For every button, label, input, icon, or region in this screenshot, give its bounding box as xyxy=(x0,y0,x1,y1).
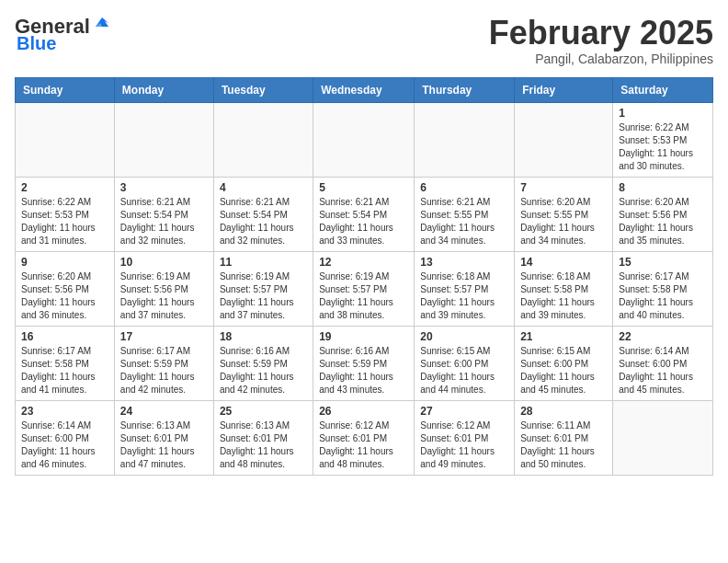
calendar-cell: 24Sunrise: 6:13 AMSunset: 6:01 PMDayligh… xyxy=(114,400,213,475)
day-info: Sunrise: 6:19 AMSunset: 5:57 PMDaylight:… xyxy=(319,270,408,322)
day-number: 8 xyxy=(619,181,707,194)
day-info: Sunrise: 6:21 AMSunset: 5:55 PMDaylight:… xyxy=(420,196,508,247)
day-info: Sunrise: 6:12 AMSunset: 6:01 PMDaylight:… xyxy=(420,419,508,471)
col-header-sunday: Sunday xyxy=(16,77,115,102)
day-number: 22 xyxy=(619,330,707,343)
logo-blue: Blue xyxy=(17,33,56,54)
calendar-cell: 25Sunrise: 6:13 AMSunset: 6:01 PMDayligh… xyxy=(213,400,313,475)
calendar-cell: 10Sunrise: 6:19 AMSunset: 5:56 PMDayligh… xyxy=(114,251,213,326)
logo: General Blue xyxy=(15,15,112,54)
day-number: 9 xyxy=(21,256,108,269)
day-info: Sunrise: 6:14 AMSunset: 6:00 PMDaylight:… xyxy=(619,345,707,396)
day-number: 20 xyxy=(420,330,508,343)
day-info: Sunrise: 6:12 AMSunset: 6:01 PMDaylight:… xyxy=(319,419,408,471)
day-number: 11 xyxy=(220,256,307,269)
day-number: 2 xyxy=(21,181,108,194)
col-header-monday: Monday xyxy=(114,77,213,102)
calendar-cell xyxy=(613,400,713,475)
day-number: 18 xyxy=(220,330,307,343)
day-info: Sunrise: 6:17 AMSunset: 5:59 PMDaylight:… xyxy=(120,345,208,396)
calendar-cell: 4Sunrise: 6:21 AMSunset: 5:54 PMDaylight… xyxy=(213,177,313,251)
day-number: 15 xyxy=(619,256,707,269)
day-number: 16 xyxy=(21,330,108,343)
day-info: Sunrise: 6:22 AMSunset: 5:53 PMDaylight:… xyxy=(21,196,108,247)
calendar-cell: 21Sunrise: 6:15 AMSunset: 6:00 PMDayligh… xyxy=(515,326,613,400)
col-header-tuesday: Tuesday xyxy=(213,77,313,102)
day-info: Sunrise: 6:16 AMSunset: 5:59 PMDaylight:… xyxy=(220,345,307,396)
calendar-cell: 23Sunrise: 6:14 AMSunset: 6:00 PMDayligh… xyxy=(16,400,115,475)
day-number: 23 xyxy=(21,405,108,418)
day-info: Sunrise: 6:19 AMSunset: 5:56 PMDaylight:… xyxy=(120,270,208,322)
logo-bird-icon xyxy=(92,14,112,34)
calendar-cell: 13Sunrise: 6:18 AMSunset: 5:57 PMDayligh… xyxy=(415,251,515,326)
day-number: 10 xyxy=(120,256,208,269)
calendar-cell: 22Sunrise: 6:14 AMSunset: 6:00 PMDayligh… xyxy=(613,326,713,400)
day-number: 7 xyxy=(520,181,607,194)
calendar-cell: 18Sunrise: 6:16 AMSunset: 5:59 PMDayligh… xyxy=(213,326,313,400)
calendar-cell: 15Sunrise: 6:17 AMSunset: 5:58 PMDayligh… xyxy=(613,251,713,326)
day-info: Sunrise: 6:22 AMSunset: 5:53 PMDaylight:… xyxy=(619,121,707,173)
day-info: Sunrise: 6:17 AMSunset: 5:58 PMDaylight:… xyxy=(619,270,707,322)
col-header-wednesday: Wednesday xyxy=(313,77,415,102)
calendar-cell xyxy=(415,102,515,177)
day-info: Sunrise: 6:17 AMSunset: 5:58 PMDaylight:… xyxy=(21,345,108,396)
calendar-cell: 16Sunrise: 6:17 AMSunset: 5:58 PMDayligh… xyxy=(16,326,115,400)
day-number: 4 xyxy=(220,181,307,194)
calendar-cell: 6Sunrise: 6:21 AMSunset: 5:55 PMDaylight… xyxy=(415,177,515,251)
col-header-friday: Friday xyxy=(515,77,613,102)
day-number: 5 xyxy=(319,181,408,194)
day-number: 6 xyxy=(420,181,508,194)
calendar-cell: 11Sunrise: 6:19 AMSunset: 5:57 PMDayligh… xyxy=(213,251,313,326)
day-info: Sunrise: 6:15 AMSunset: 6:00 PMDaylight:… xyxy=(420,345,508,396)
day-number: 1 xyxy=(619,107,707,120)
day-number: 17 xyxy=(120,330,208,343)
calendar-week-3: 16Sunrise: 6:17 AMSunset: 5:58 PMDayligh… xyxy=(16,326,713,400)
calendar-cell: 19Sunrise: 6:16 AMSunset: 5:59 PMDayligh… xyxy=(313,326,415,400)
day-number: 3 xyxy=(120,181,208,194)
day-info: Sunrise: 6:11 AMSunset: 6:01 PMDaylight:… xyxy=(520,419,607,471)
day-info: Sunrise: 6:20 AMSunset: 5:56 PMDaylight:… xyxy=(619,196,707,247)
day-info: Sunrise: 6:15 AMSunset: 6:00 PMDaylight:… xyxy=(520,345,607,396)
calendar-cell: 7Sunrise: 6:20 AMSunset: 5:55 PMDaylight… xyxy=(515,177,613,251)
day-info: Sunrise: 6:21 AMSunset: 5:54 PMDaylight:… xyxy=(120,196,208,247)
calendar-cell: 28Sunrise: 6:11 AMSunset: 6:01 PMDayligh… xyxy=(515,400,613,475)
day-number: 24 xyxy=(120,405,208,418)
day-number: 27 xyxy=(420,405,508,418)
calendar-cell xyxy=(213,102,313,177)
day-number: 25 xyxy=(220,405,307,418)
page-header: General Blue February 2025 Pangil, Calab… xyxy=(15,15,713,66)
day-info: Sunrise: 6:13 AMSunset: 6:01 PMDaylight:… xyxy=(120,419,208,471)
calendar-week-4: 23Sunrise: 6:14 AMSunset: 6:00 PMDayligh… xyxy=(16,400,713,475)
calendar-cell: 2Sunrise: 6:22 AMSunset: 5:53 PMDaylight… xyxy=(16,177,115,251)
day-number: 19 xyxy=(319,330,408,343)
calendar-header-row: SundayMondayTuesdayWednesdayThursdayFrid… xyxy=(16,77,713,102)
calendar-cell: 12Sunrise: 6:19 AMSunset: 5:57 PMDayligh… xyxy=(313,251,415,326)
calendar-week-2: 9Sunrise: 6:20 AMSunset: 5:56 PMDaylight… xyxy=(16,251,713,326)
calendar-cell: 26Sunrise: 6:12 AMSunset: 6:01 PMDayligh… xyxy=(313,400,415,475)
day-info: Sunrise: 6:20 AMSunset: 5:55 PMDaylight:… xyxy=(520,196,607,247)
calendar-cell xyxy=(16,102,115,177)
calendar-cell: 5Sunrise: 6:21 AMSunset: 5:54 PMDaylight… xyxy=(313,177,415,251)
col-header-thursday: Thursday xyxy=(415,77,515,102)
day-info: Sunrise: 6:21 AMSunset: 5:54 PMDaylight:… xyxy=(220,196,307,247)
day-info: Sunrise: 6:13 AMSunset: 6:01 PMDaylight:… xyxy=(220,419,307,471)
calendar-cell: 20Sunrise: 6:15 AMSunset: 6:00 PMDayligh… xyxy=(415,326,515,400)
location: Pangil, Calabarzon, Philippines xyxy=(489,52,713,66)
calendar-cell: 3Sunrise: 6:21 AMSunset: 5:54 PMDaylight… xyxy=(114,177,213,251)
calendar-week-0: 1Sunrise: 6:22 AMSunset: 5:53 PMDaylight… xyxy=(16,102,713,177)
month-title: February 2025 xyxy=(489,15,713,52)
day-info: Sunrise: 6:18 AMSunset: 5:58 PMDaylight:… xyxy=(520,270,607,322)
day-number: 21 xyxy=(520,330,607,343)
calendar-week-1: 2Sunrise: 6:22 AMSunset: 5:53 PMDaylight… xyxy=(16,177,713,251)
calendar-cell: 9Sunrise: 6:20 AMSunset: 5:56 PMDaylight… xyxy=(16,251,115,326)
col-header-saturday: Saturday xyxy=(613,77,713,102)
calendar-cell: 1Sunrise: 6:22 AMSunset: 5:53 PMDaylight… xyxy=(613,102,713,177)
title-section: February 2025 Pangil, Calabarzon, Philip… xyxy=(489,15,713,66)
day-info: Sunrise: 6:21 AMSunset: 5:54 PMDaylight:… xyxy=(319,196,408,247)
calendar-cell: 27Sunrise: 6:12 AMSunset: 6:01 PMDayligh… xyxy=(415,400,515,475)
calendar-cell xyxy=(114,102,213,177)
calendar-cell xyxy=(313,102,415,177)
day-number: 26 xyxy=(319,405,408,418)
day-info: Sunrise: 6:18 AMSunset: 5:57 PMDaylight:… xyxy=(420,270,508,322)
day-number: 13 xyxy=(420,256,508,269)
